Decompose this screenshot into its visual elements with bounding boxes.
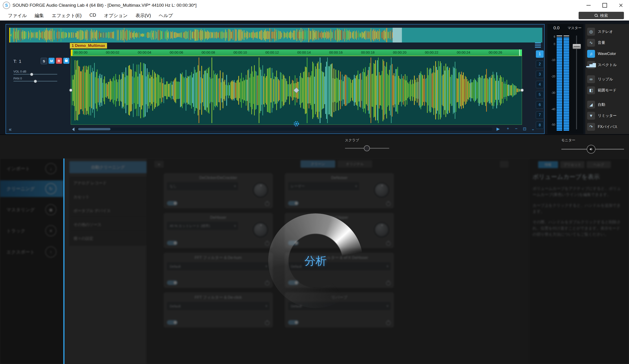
view-button-ripple[interactable]: ∞リップル bbox=[587, 75, 613, 83]
record-arm-button[interactable]: R bbox=[56, 58, 62, 64]
meter-scale-label: -10 bbox=[548, 58, 555, 62]
auto-icon: ◢ bbox=[587, 101, 595, 108]
clip-label[interactable]: 1 Demo_Multimax bbox=[70, 43, 107, 49]
search-icon bbox=[595, 14, 598, 17]
zoom-out-icon[interactable]: − bbox=[515, 126, 518, 131]
menu-item-6[interactable]: ヘルプ bbox=[159, 12, 173, 19]
meter-scale-label: -50 bbox=[548, 123, 555, 126]
close-button[interactable] bbox=[613, 0, 629, 11]
close-icon bbox=[619, 3, 623, 7]
minimize-icon bbox=[587, 5, 591, 5]
search-placeholder: 検索 bbox=[600, 13, 608, 18]
view-button-label: リミッター bbox=[598, 113, 617, 118]
menu-item-4[interactable]: オプション bbox=[104, 12, 128, 19]
menu-item-5[interactable]: 表示(V) bbox=[136, 12, 151, 19]
vol-slider-thumb[interactable] bbox=[30, 73, 33, 76]
track-select-6[interactable]: 6 bbox=[536, 101, 544, 108]
meter-scale-label: 6 bbox=[548, 35, 555, 38]
search-input[interactable]: 検索 bbox=[579, 12, 624, 19]
view-button-limiter[interactable]: ▼リミッター bbox=[587, 112, 617, 120]
fx-bypass-icon: ↷ bbox=[587, 123, 595, 131]
view-button-stereo[interactable]: ◎ステレオ bbox=[587, 28, 613, 36]
master-fader-thumb[interactable] bbox=[573, 44, 581, 49]
track-select-7[interactable]: 7 bbox=[536, 111, 544, 119]
monitor-slider[interactable] bbox=[561, 149, 624, 150]
solo-button[interactable]: S bbox=[41, 58, 47, 64]
mute-button[interactable]: M bbox=[48, 58, 55, 64]
meter-scale-label: -40 bbox=[548, 108, 555, 111]
zoom-fit-icon[interactable]: ⊡ bbox=[523, 126, 526, 131]
monitor-label: モニター bbox=[561, 138, 575, 143]
play-cursor-icon[interactable]: ▶ bbox=[496, 126, 500, 131]
scrub-slider-thumb[interactable] bbox=[364, 145, 370, 151]
nav-divider bbox=[63, 159, 64, 364]
timeline-label: 00:00:00 bbox=[74, 50, 87, 54]
scrub-slider[interactable] bbox=[345, 148, 389, 149]
timeline-label: 00:00:06 bbox=[170, 50, 183, 54]
timeline-ruler[interactable]: 00:00:0000:00:0200:00:0400:00:0600:00:08… bbox=[71, 49, 522, 56]
view-button-label: リップル bbox=[598, 77, 613, 82]
collapse-left-icon[interactable]: « bbox=[9, 127, 11, 133]
window-controls bbox=[581, 0, 629, 11]
master-meter-panel: 0.0 マスター 60-10-20-30-40-50 bbox=[547, 24, 584, 134]
view-button-label: WaveColor bbox=[598, 52, 616, 56]
view-button-fx-bypass[interactable]: ↷FXバイパス bbox=[587, 123, 618, 131]
scrollbar-thumb[interactable] bbox=[78, 128, 111, 130]
scrub-label: スクラブ bbox=[345, 138, 359, 143]
vol-slider[interactable] bbox=[13, 74, 57, 75]
track-select-3[interactable]: 3 bbox=[536, 71, 544, 78]
loading-label: 分析 bbox=[287, 254, 344, 268]
timeline-label: 00:00:26 bbox=[489, 50, 502, 54]
timeline-label: 00:00:18 bbox=[361, 50, 374, 54]
track-select-5[interactable]: 5 bbox=[536, 91, 544, 98]
track-select-4[interactable]: 4 bbox=[536, 81, 544, 88]
view-button-wavecolor[interactable]: ♫WaveColor bbox=[587, 50, 616, 58]
meter-scale-label: -20 bbox=[548, 75, 555, 78]
maximize-button[interactable] bbox=[597, 0, 613, 11]
scrollbar-track[interactable] bbox=[76, 127, 492, 131]
overview-waveform[interactable] bbox=[9, 28, 542, 42]
menu-item-3[interactable]: CD bbox=[89, 12, 96, 19]
stereo-icon: ◎ bbox=[587, 28, 595, 36]
view-button-spectrum[interactable]: ▂▅▇スペクトル bbox=[587, 61, 617, 69]
volume-icon: ∿ bbox=[587, 39, 595, 47]
timeline-label: 00:00:16 bbox=[329, 50, 343, 54]
track-select-2[interactable]: 2 bbox=[536, 61, 544, 68]
clip-left-handle[interactable] bbox=[69, 89, 73, 92]
wavecolor-icon: ♫ bbox=[587, 50, 595, 58]
limiter-icon: ▼ bbox=[587, 112, 595, 120]
master-fader-track[interactable] bbox=[576, 36, 577, 129]
ripple-icon: ∞ bbox=[587, 75, 595, 83]
meter-bar-left bbox=[557, 34, 562, 131]
minimize-button[interactable] bbox=[581, 0, 597, 11]
arrangement-editor: 1 Demo_Multimax 00:00:0000:00:0200:00:04… bbox=[5, 24, 545, 134]
view-button-auto[interactable]: ◢自動 bbox=[587, 101, 605, 108]
pan-slider-thumb[interactable] bbox=[34, 80, 37, 83]
track-menu-icon[interactable] bbox=[535, 42, 541, 48]
lock-button[interactable] bbox=[63, 58, 69, 64]
horizontal-scroll-row: « ▶ + − ⊡ ⌄ bbox=[6, 126, 544, 133]
zoom-in-icon[interactable]: + bbox=[507, 126, 509, 131]
menu-item-1[interactable]: 編集 bbox=[35, 12, 44, 19]
view-button-range-mode[interactable]: ◧範囲モード bbox=[587, 86, 617, 94]
menu-item-0[interactable]: ファイル bbox=[8, 12, 27, 19]
window-title: SOUND FORGE Audio Cleaning Lab 4 (64 Bit… bbox=[12, 3, 196, 8]
view-button-label: 自動 bbox=[598, 102, 605, 107]
pan-label: PAN 0 bbox=[13, 77, 22, 80]
view-button-volume[interactable]: ∿音量 bbox=[587, 39, 605, 47]
maximize-icon bbox=[602, 3, 607, 8]
track-select-1[interactable]: 1 bbox=[536, 50, 544, 58]
vol-label: VOL 0 dB bbox=[13, 70, 26, 73]
timeline-label: 00:00:08 bbox=[202, 50, 215, 54]
waveform-display[interactable] bbox=[71, 56, 522, 125]
menu-item-2[interactable]: エフェクト(E) bbox=[52, 12, 82, 19]
timeline-label: 00:00:02 bbox=[106, 50, 119, 54]
pan-slider[interactable] bbox=[13, 81, 57, 82]
speaker-icon bbox=[589, 147, 593, 151]
app-window: S SOUND FORGE Audio Cleaning Lab 4 (64 B… bbox=[0, 0, 629, 364]
collapse-down-icon[interactable]: ⌄ bbox=[531, 126, 535, 131]
monitor-slider-thumb[interactable] bbox=[587, 145, 596, 154]
clip-right-handle[interactable] bbox=[520, 89, 524, 92]
scroll-left-arrow[interactable] bbox=[72, 127, 74, 131]
timeline-label: 00:00:10 bbox=[233, 50, 247, 54]
